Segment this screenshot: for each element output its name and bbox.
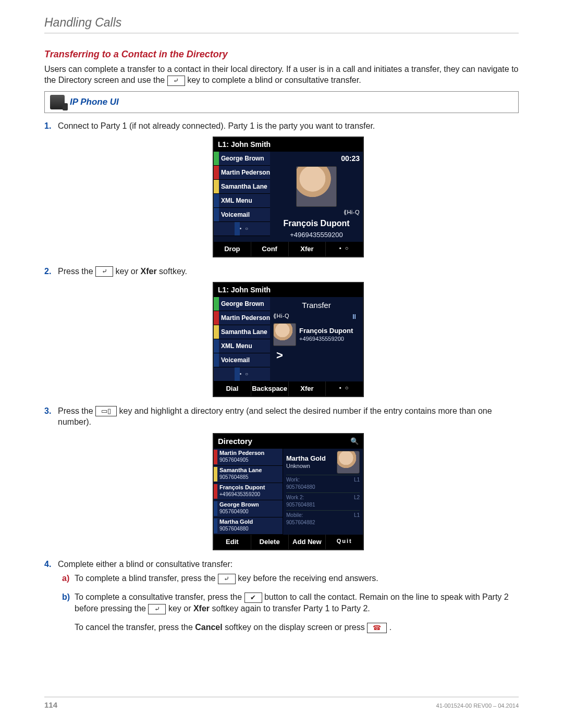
cancel-period: . — [389, 623, 391, 632]
xfer-key-icon: ⤶ — [167, 76, 185, 86]
softkey-more[interactable]: • ○ — [326, 381, 363, 396]
num-line: L1 — [354, 476, 360, 490]
step-4: Complete either a blind or consultative … — [44, 559, 519, 633]
step-2-text-c: softkey. — [157, 267, 187, 276]
softkey-drop[interactable]: Drop — [214, 242, 251, 256]
screen-title: L1: John Smith — [214, 138, 363, 152]
softkey-dial[interactable]: Dial — [214, 381, 251, 396]
selected-avatar — [337, 451, 360, 474]
section-title: Transferring to a Contact in the Directo… — [44, 49, 519, 60]
directory-entry[interactable]: François Dupont+4969435359200 — [214, 483, 283, 500]
number-row[interactable]: Work 2:9057604881L2 — [286, 492, 360, 509]
caller-name: François Dupont — [299, 326, 360, 336]
softkey-xfer[interactable]: Xfer — [289, 242, 326, 256]
number-row[interactable]: Work:9057604880L1 — [286, 475, 360, 491]
left-key-label: Voicemail — [219, 356, 250, 364]
directory-title: Directory — [218, 436, 252, 447]
directory-entry[interactable]: Martin Pederson9057604905 — [214, 449, 283, 466]
step-2-text-b: key or — [116, 267, 141, 276]
step-4b-text-a: To complete a consultative transfer, pre… — [75, 593, 242, 601]
dial-check-key-icon: ✔ — [244, 593, 262, 603]
step-4b: b) To complete a consultative transfer, … — [58, 591, 519, 614]
left-key-label: XML Menu — [219, 342, 252, 350]
left-key[interactable]: Voicemail — [214, 208, 270, 222]
left-key[interactable]: XML Menu — [214, 339, 270, 353]
xfer-key-icon: ⤶ — [218, 574, 236, 584]
dir-name: Martha Gold — [219, 519, 253, 525]
directory-entry[interactable]: Samantha Lane9057604885 — [214, 466, 283, 483]
sublabel-a: a) — [62, 573, 69, 584]
left-key-label: Samantha Lane — [219, 182, 267, 191]
left-key-label: Samantha Lane — [219, 328, 267, 336]
caller-name: François Dupont — [283, 218, 349, 229]
callout-label: IP Phone UI — [70, 97, 119, 107]
num-value: 9057604881 — [286, 502, 315, 508]
callout-ip-phone-ui: IP Phone UI — [44, 91, 519, 113]
left-key-label: XML Menu — [219, 196, 252, 205]
num-label: Work 2: — [286, 495, 304, 500]
transfer-header: Transfer — [273, 300, 360, 311]
num-label: Work: — [286, 477, 300, 483]
left-key[interactable]: Martin Pederson — [214, 311, 270, 325]
left-key-label: Martin Pederson — [219, 168, 270, 177]
search-icon[interactable]: 🔍 — [350, 437, 359, 446]
num-value: 9057604882 — [286, 520, 315, 525]
dir-name: George Brown — [219, 501, 259, 508]
cancel-text-b: softkey on the display screen or press — [223, 623, 365, 632]
left-key[interactable]: Samantha Lane — [214, 180, 270, 194]
left-key[interactable]: Samantha Lane — [214, 325, 270, 339]
softkey-quit[interactable]: Quit — [326, 535, 363, 549]
num-line: L2 — [354, 494, 360, 508]
phone-screen-call: L1: John Smith George Brown Martin Peder… — [213, 137, 364, 257]
caller-number: +4969435559200 — [299, 335, 360, 343]
left-key[interactable]: George Brown — [214, 152, 270, 166]
left-key[interactable]: XML Menu — [214, 194, 270, 208]
chevron-prompt-icon: > — [276, 348, 283, 363]
step-2-text-a: Press the — [58, 267, 93, 276]
num-label: Mobile: — [286, 512, 303, 518]
softkey-more[interactable]: • ○ — [326, 242, 363, 256]
selected-presence: Unknown — [286, 462, 334, 470]
call-timer: 00:23 — [341, 154, 360, 164]
directory-entry[interactable]: Martha Gold9057604880 — [214, 517, 283, 535]
softkey-add-new[interactable]: Add New — [289, 535, 326, 549]
selected-name: Martha Gold — [286, 455, 334, 462]
softkey-conf[interactable]: Conf — [251, 242, 289, 256]
step-4b-text-d: softkey again to transfer Party 1 to Par… — [210, 604, 370, 613]
step-4a-text-b: key before the receiving end answers. — [238, 574, 378, 583]
left-key[interactable]: Voicemail — [214, 353, 270, 367]
phone-icon — [50, 95, 65, 109]
dir-name: François Dupont — [219, 484, 265, 491]
softkey-backspace[interactable]: Backspace — [251, 381, 289, 396]
dir-number: 9057604880 — [219, 526, 253, 532]
caller-number: +4969435559200 — [290, 230, 343, 240]
softkey-xfer[interactable]: Xfer — [289, 381, 326, 396]
intro-b: key to complete a blind or consultative … — [187, 76, 361, 84]
intro-paragraph: Users can complete a transfer to a conta… — [44, 64, 519, 86]
step-3-text-b: key and highlight a directory entry (and… — [58, 406, 492, 427]
hold-icon: ⏸ — [351, 312, 358, 322]
left-key[interactable]: George Brown — [214, 297, 270, 311]
xfer-bold: Xfer — [193, 604, 210, 613]
left-key[interactable]: Martin Pederson — [214, 166, 270, 180]
left-key-more[interactable] — [214, 367, 270, 381]
left-key-more[interactable] — [214, 222, 270, 236]
screen-title: L1: John Smith — [214, 283, 363, 297]
step-2: Press the ⤶ key or Xfer softkey. L1: Joh… — [44, 266, 519, 397]
phone-screen-transfer: L1: John Smith George Brown Martin Peder… — [213, 282, 364, 397]
cancel-bold: Cancel — [195, 623, 222, 632]
dir-name: Martin Pederson — [219, 450, 264, 456]
xfer-bold: Xfer — [141, 267, 157, 276]
softkey-delete[interactable]: Delete — [251, 535, 289, 549]
number-row[interactable]: Mobile:9057604882L1 — [286, 510, 360, 527]
step-4b-text-c: key or — [168, 604, 193, 613]
cancel-text-a: To cancel the transfer, press the — [75, 623, 195, 632]
directory-key-icon: ▭▯ — [95, 406, 117, 416]
step-4a: a) To complete a blind transfer, press t… — [58, 573, 519, 584]
dir-number: 9057604885 — [219, 474, 262, 480]
directory-entry[interactable]: George Brown9057604900 — [214, 500, 283, 517]
caller-avatar — [296, 166, 337, 207]
xfer-key-icon: ⤶ — [95, 266, 113, 277]
xfer-key-icon: ⤶ — [148, 604, 166, 614]
softkey-edit[interactable]: Edit — [214, 535, 251, 549]
